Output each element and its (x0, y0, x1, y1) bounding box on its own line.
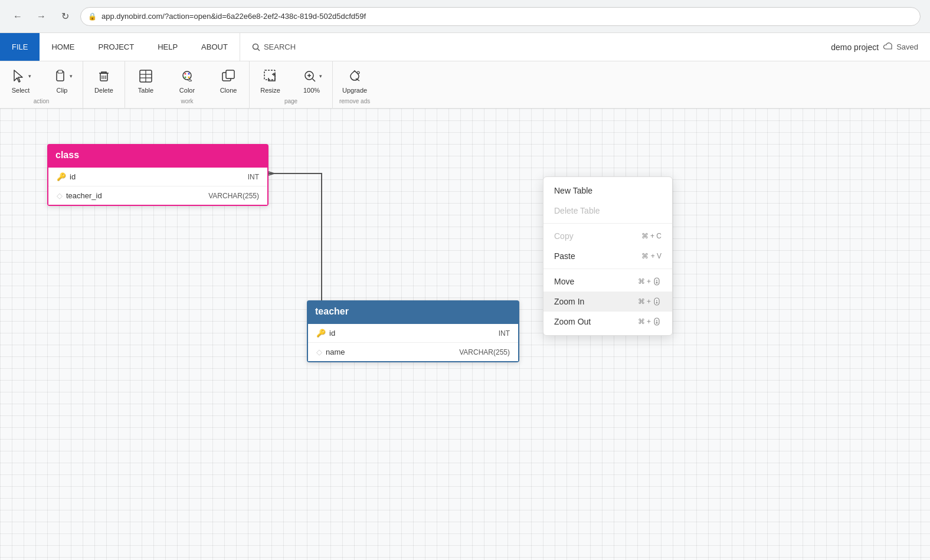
menu-project[interactable]: PROJECT (86, 33, 146, 61)
menu-help[interactable]: HELP (146, 33, 189, 61)
svg-point-17 (188, 76, 190, 78)
select-label: Select (12, 87, 30, 94)
foreign-key-icon: ◇ (57, 191, 63, 200)
toolbar-group-action: ▾ Select ▾ Clip action (0, 61, 83, 108)
context-menu-shortcut: ⌘ + C (641, 232, 662, 240)
context-menu-item-label: Delete Table (554, 206, 600, 215)
svg-point-36 (656, 322, 658, 324)
context-menu-divider (543, 268, 672, 269)
search-icon (252, 43, 260, 51)
delete-label: Delete (94, 87, 113, 94)
context-menu: New Table Delete Table Copy ⌘ + C Paste … (543, 176, 673, 336)
resize-icon (262, 68, 279, 84)
toolbar-group-upgrade: Upgrade remove ads (333, 61, 376, 108)
back-button[interactable]: ← (9, 8, 26, 25)
context-menu-zoom-in[interactable]: Zoom In ⌘ + (543, 292, 672, 312)
action-group-label: action (0, 98, 83, 104)
reload-button[interactable]: ↻ (57, 8, 73, 25)
saved-badge: Saved (883, 42, 918, 53)
search-label: SEARCH (264, 42, 296, 51)
work-group-label: work (125, 98, 249, 104)
context-menu-item-label: Copy (554, 231, 574, 241)
field-type: VARCHAR(255) (459, 348, 510, 356)
svg-rect-20 (264, 70, 275, 80)
context-menu-item-label: New Table (554, 186, 592, 195)
mouse-scroll-icon (652, 317, 662, 326)
svg-point-13 (183, 71, 191, 80)
field-name: id (329, 329, 495, 338)
table-class[interactable]: class 🔑 id INT ◇ teacher_id VARCHAR(255) (47, 144, 268, 206)
context-menu-paste[interactable]: Paste ⌘ + V (543, 246, 672, 266)
primary-key-icon: 🔑 (316, 329, 326, 338)
mouse-scroll-icon (652, 277, 662, 286)
table-row[interactable]: 🔑 id INT (48, 168, 267, 186)
browser-bar: ← → ↻ 🔒 app.dynobird.com/?action=open&id… (0, 0, 930, 33)
table-teacher-name: teacher (315, 306, 349, 316)
context-menu-zoom-out[interactable]: Zoom Out ⌘ + (543, 312, 672, 332)
svg-point-15 (188, 73, 190, 74)
svg-line-24 (312, 78, 315, 81)
context-menu-delete-table: Delete Table (543, 201, 672, 221)
project-name: demo project (831, 42, 879, 52)
delete-icon (96, 68, 112, 84)
saved-label: Saved (896, 42, 918, 51)
context-menu-item-label: Zoom In (554, 297, 584, 306)
svg-line-1 (257, 48, 260, 51)
canvas-area[interactable]: class 🔑 id INT ◇ teacher_id VARCHAR(255)… (0, 109, 930, 560)
context-menu-shortcut: ⌘ + (638, 277, 662, 286)
select-icon (11, 68, 27, 84)
context-menu-copy: Copy ⌘ + C (543, 226, 672, 246)
zoom-icon (302, 68, 318, 84)
clip-icon (52, 68, 68, 84)
context-menu-new-table[interactable]: New Table (543, 181, 672, 201)
svg-rect-4 (58, 70, 63, 73)
table-label: Table (138, 87, 153, 94)
foreign-key-icon: ◇ (316, 348, 322, 356)
toolbar: ▾ Select ▾ Clip action (0, 61, 930, 109)
table-teacher-body: 🔑 id INT ◇ name VARCHAR(255) (307, 323, 519, 362)
menu-search[interactable]: SEARCH (240, 33, 307, 61)
field-type: INT (248, 173, 259, 181)
toolbar-group-delete: Delete (83, 61, 125, 108)
svg-point-14 (185, 73, 186, 74)
menu-about[interactable]: ABOUT (189, 33, 240, 61)
menu-file[interactable]: FILE (0, 33, 40, 61)
svg-point-0 (253, 44, 258, 49)
page-group-label: page (250, 98, 332, 104)
resize-label: Resize (260, 87, 280, 94)
lock-icon: 🔒 (88, 12, 97, 21)
clone-icon (220, 68, 237, 84)
address-bar[interactable]: 🔒 app.dynobird.com/?action=open&id=6a22e… (80, 7, 921, 26)
svg-point-33 (656, 302, 658, 304)
menu-home[interactable]: HOME (40, 33, 86, 61)
cloud-icon (883, 42, 894, 53)
table-class-body: 🔑 id INT ◇ teacher_id VARCHAR(255) (47, 166, 268, 206)
table-icon (137, 68, 154, 84)
url-text: app.dynobird.com/?action=open&id=6a22e6e… (101, 12, 366, 21)
svg-point-16 (185, 76, 186, 78)
primary-key-icon: 🔑 (57, 172, 66, 181)
field-type: VARCHAR(255) (208, 192, 259, 200)
context-menu-shortcut: ⌘ + V (641, 252, 662, 260)
context-menu-shortcut: ⌘ + (638, 317, 662, 326)
table-row[interactable]: 🔑 id INT (308, 324, 518, 343)
color-icon (179, 68, 195, 84)
toolbar-group-work: Table Color Clone work (125, 61, 250, 108)
clone-label: Clone (220, 87, 237, 94)
delete-button[interactable]: Delete (83, 61, 125, 108)
zoom-label: 100% (303, 87, 320, 94)
context-menu-item-label: Move (554, 277, 574, 286)
context-menu-move[interactable]: Move ⌘ + (543, 271, 672, 292)
svg-marker-27 (268, 172, 274, 175)
table-row[interactable]: ◇ teacher_id VARCHAR(255) (48, 186, 267, 205)
upgrade-icon (346, 68, 363, 84)
table-teacher[interactable]: teacher 🔑 id INT ◇ name VARCHAR(255) (307, 300, 519, 362)
color-label: Color (179, 87, 195, 94)
field-name: name (326, 348, 456, 356)
forward-button[interactable]: → (33, 8, 50, 25)
table-row[interactable]: ◇ name VARCHAR(255) (308, 343, 518, 361)
toolbar-group-page: Resize ▾ 100% page (250, 61, 333, 108)
table-class-header: class (47, 144, 268, 166)
remove-ads-label: remove ads (333, 98, 376, 104)
field-type: INT (499, 329, 510, 338)
